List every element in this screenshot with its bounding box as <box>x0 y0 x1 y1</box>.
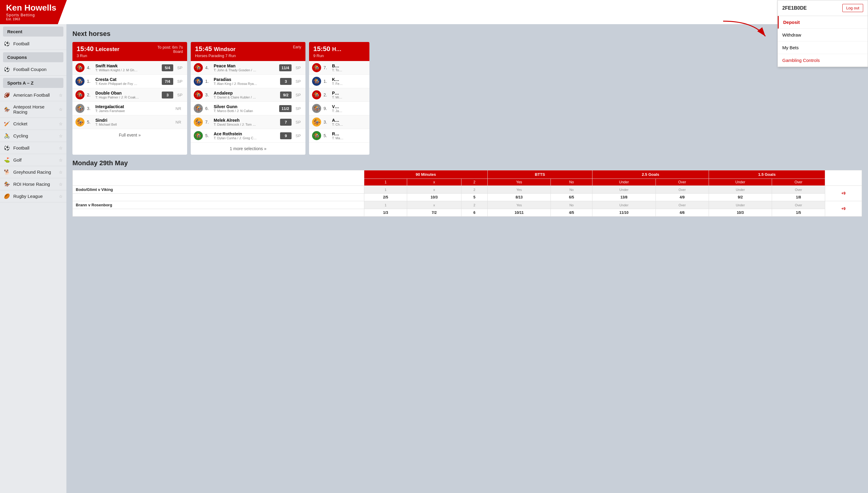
odds-25-over[interactable]: 4/6 <box>656 209 709 217</box>
star-icon[interactable]: ☆ <box>59 158 63 163</box>
odds-15-over[interactable]: 1/5 <box>772 209 825 217</box>
runner-silks: 🏇 <box>312 117 321 127</box>
star-icon[interactable]: ☆ <box>59 146 63 150</box>
odds-25-over[interactable]: 4/9 <box>656 194 709 201</box>
logo-est: Est. 1963 <box>6 17 56 21</box>
football-coupon-icon: ⚽ <box>4 66 10 72</box>
sport-label: Antepost Horse Racing <box>13 104 56 114</box>
runner-odds[interactable]: 9/2 <box>280 91 292 99</box>
sport-label: Cricket <box>13 121 56 126</box>
sidebar-item-cricket[interactable]: 🏏 Cricket ☆ <box>0 118 66 130</box>
odds-btts-no[interactable]: 4/5 <box>551 209 592 217</box>
runner-name: Peace Man <box>214 63 277 68</box>
odds-15-under[interactable]: 10/3 <box>709 209 772 217</box>
runner-silks: 🏇 <box>194 63 203 72</box>
runner-info: B… T: To… <box>332 63 366 72</box>
odds-2[interactable]: 5 <box>461 194 487 201</box>
sidebar-item-greyhound-racing[interactable]: 🐕 Greyhound Racing ☆ <box>0 166 66 178</box>
runner-name: P… <box>332 91 366 95</box>
card-footer[interactable]: Full event » <box>72 129 187 141</box>
sidebar: Recent ⚽ Football Coupons ⚽ Football Cou… <box>0 24 66 493</box>
sub-1: 1 <box>364 179 407 186</box>
odds-btts-no[interactable]: 6/5 <box>551 194 592 201</box>
runner-info: Paradias T: Alan King / J: Rossa Rya… <box>214 77 278 85</box>
withdraw-item[interactable]: Withdraw <box>778 29 868 41</box>
runner-num: 5. <box>323 133 329 138</box>
star-icon[interactable]: ☆ <box>59 170 63 175</box>
runner-trainer: T: Michael Bell <box>95 123 170 126</box>
sidebar-item-football[interactable]: ⚽ Football ☆ <box>0 142 66 154</box>
runner-odds[interactable]: 11/2 <box>279 105 292 112</box>
coupons-button[interactable]: Coupons <box>3 52 63 62</box>
plus-more[interactable]: +9 <box>825 201 862 217</box>
odds-1[interactable]: 2/5 <box>364 194 407 201</box>
runner-num: 3. <box>323 120 329 125</box>
card-footer[interactable]: 1 more selections » <box>191 143 305 155</box>
runner-num: 3. <box>87 106 93 111</box>
runner-odds[interactable]: 5/4 <box>162 64 173 71</box>
monday-title: Monday 29th May <box>72 159 862 167</box>
gambling-controls-item[interactable]: Gambling Controls <box>778 54 868 67</box>
runner-info: Peace Man T: John & Thady Gosden / … <box>214 63 277 72</box>
odds-x[interactable]: 10/3 <box>407 194 461 201</box>
runner-odds[interactable]: 11/4 <box>279 64 292 71</box>
runner-row: 🏇 3. Andaleep T: Daniel & Claire Kubler … <box>191 88 305 102</box>
odds-btts-yes[interactable]: 10/11 <box>487 209 550 217</box>
runner-info: Cresta Cat T: Kevin Philippart de Foy … <box>95 77 159 85</box>
odds-15-over[interactable]: 1/8 <box>772 194 825 201</box>
sidebar-item-roi-horse-racing[interactable]: 🏇 ROI Horse Racing ☆ <box>0 178 66 190</box>
sidebar-item-antepost-horse-racing[interactable]: 🏇 Antepost Horse Racing ☆ <box>0 101 66 118</box>
deposit-item[interactable]: Deposit <box>778 16 868 29</box>
odds-2[interactable]: 6 <box>461 209 487 217</box>
odds-25-under[interactable]: 13/8 <box>592 194 656 201</box>
sport-icon: 🏉 <box>4 193 10 199</box>
sidebar-item-rugby-league[interactable]: 🏉 Rugby League ☆ <box>0 190 66 202</box>
sidebar-item-football-coupon[interactable]: ⚽ Football Coupon <box>0 63 66 76</box>
odds-x[interactable]: 7/2 <box>407 209 461 217</box>
recent-button[interactable]: Recent <box>3 27 63 37</box>
runner-odds[interactable]: 7 <box>280 119 292 126</box>
sidebar-item-football-top[interactable]: ⚽ Football <box>0 38 66 50</box>
runner-sp: SP <box>176 66 184 70</box>
star-icon[interactable]: ☆ <box>59 133 63 138</box>
star-icon[interactable]: ☆ <box>59 107 63 112</box>
star-icon[interactable]: ☆ <box>59 194 63 199</box>
sidebar-item-golf[interactable]: ⛳ Golf ☆ <box>0 154 66 166</box>
runner-num: 1. <box>323 79 329 84</box>
runner-silks: 🏇 <box>194 131 203 140</box>
label-yes: Yes <box>487 201 550 209</box>
sidebar-item-cycling[interactable]: 🚴 Cycling ☆ <box>0 130 66 142</box>
odds-btts-yes[interactable]: 8/13 <box>487 194 550 201</box>
runner-odds[interactable]: 3 <box>162 91 173 99</box>
sport-icon: 🏇 <box>4 181 10 187</box>
label-under15: Under <box>709 186 772 194</box>
logo-area: Ken Howells Sports Betting Est. 1963 <box>0 0 62 24</box>
logout-button[interactable]: Log out <box>842 4 863 12</box>
label-over25: Over <box>656 201 709 209</box>
runner-odds[interactable]: 9 <box>280 132 292 139</box>
runner-num: 1. <box>87 79 93 84</box>
sport-label: Rugby League <box>13 194 56 199</box>
star-icon[interactable]: ☆ <box>59 122 63 126</box>
sidebar-item-american-football[interactable]: 🏈 American Football ☆ <box>0 89 66 101</box>
my-bets-item[interactable]: My Bets <box>778 41 868 54</box>
runner-odds[interactable]: 3 <box>280 78 292 85</box>
star-icon[interactable]: ☆ <box>59 93 63 98</box>
odds-15-under[interactable]: 9/2 <box>709 194 772 201</box>
col-25goals-header: 2.5 Goals <box>592 170 709 179</box>
runner-row: 🏇 1. K… T: Fe… <box>309 74 369 88</box>
header: Ken Howells Sports Betting Est. 1963 012… <box>0 0 868 24</box>
runner-odds[interactable]: 7/4 <box>162 78 173 85</box>
runner-info: K… T: Fe… <box>332 77 366 85</box>
odds-25-under[interactable]: 11/10 <box>592 209 656 217</box>
runner-info: Ace Rothstein T: Dylan Cunha / J: Greg C… <box>214 131 278 140</box>
star-icon[interactable]: ☆ <box>59 182 63 187</box>
odds-1[interactable]: 1/3 <box>364 209 407 217</box>
plus-more[interactable]: +9 <box>825 186 862 201</box>
card-race-info: 15:45 Windsor Horses Parading 7 Run <box>195 45 236 58</box>
runner-silks: 🏇 <box>312 90 321 100</box>
sub-2: 2 <box>461 179 487 186</box>
header-middle <box>58 0 868 24</box>
sports-az-button[interactable]: Sports A – Z <box>3 78 63 88</box>
runner-info: Intergalacticat T: James Fanshawe <box>95 104 170 113</box>
